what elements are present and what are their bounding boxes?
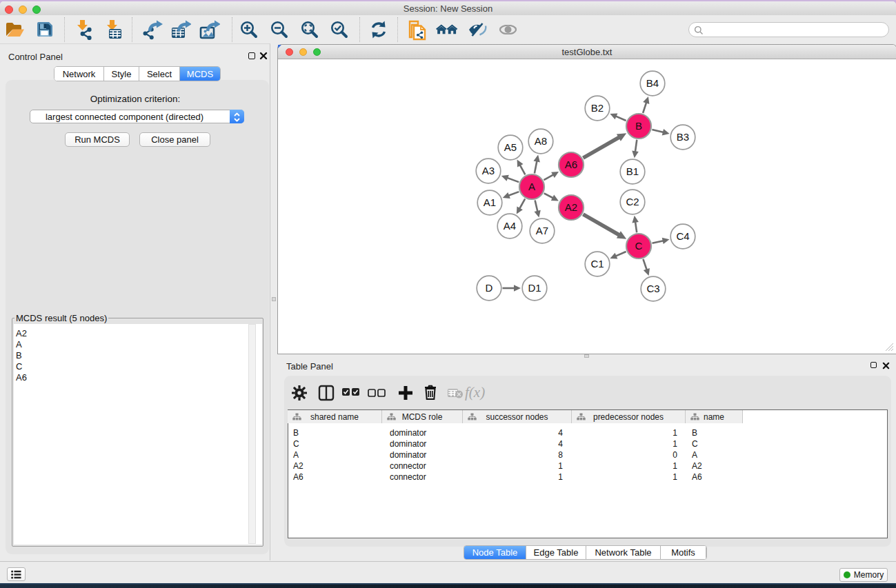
svg-text:A1: A1	[484, 196, 496, 208]
svg-text:B2: B2	[591, 102, 604, 114]
svg-text:A5: A5	[504, 141, 517, 153]
svg-text:B3: B3	[677, 131, 689, 143]
svg-text:C2: C2	[626, 196, 639, 207]
svg-text:A: A	[528, 181, 535, 192]
svg-text:B1: B1	[626, 165, 639, 177]
svg-text:C4: C4	[676, 230, 689, 242]
svg-text:C3: C3	[646, 283, 659, 294]
svg-text:A2: A2	[565, 201, 577, 213]
svg-text:B: B	[635, 120, 642, 132]
svg-text:A3: A3	[482, 165, 495, 176]
svg-text:B4: B4	[646, 77, 659, 89]
svg-text:A6: A6	[565, 159, 577, 170]
svg-text:C: C	[635, 240, 643, 252]
svg-text:A4: A4	[504, 220, 516, 232]
svg-text:D: D	[486, 282, 493, 294]
svg-text:D1: D1	[528, 282, 541, 294]
svg-text:A7: A7	[536, 225, 548, 236]
svg-text:C1: C1	[590, 258, 604, 270]
svg-text:A8: A8	[535, 135, 547, 147]
